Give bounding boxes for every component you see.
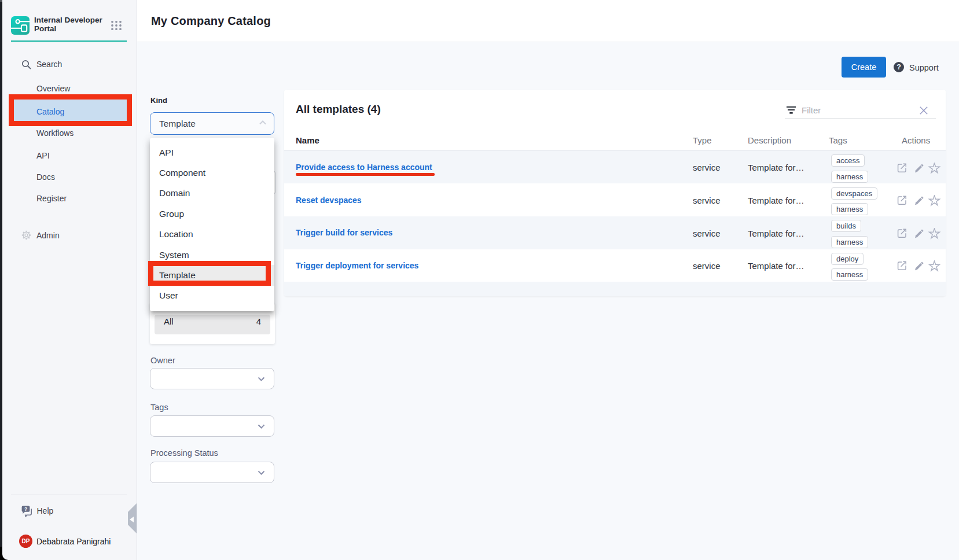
svg-text:?: ?	[24, 506, 27, 512]
